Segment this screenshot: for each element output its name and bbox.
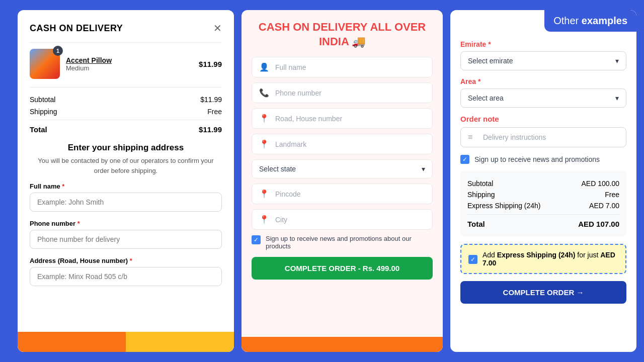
fullname-label: Full name * (30, 183, 222, 190)
road-placeholder: Road, House number (275, 115, 342, 123)
right-signup-label: Sign up to receive news and promotions (474, 155, 600, 163)
panel-title: CASH ON DELIVERY (30, 23, 123, 34)
shipping-row: Shipping Free (30, 106, 222, 118)
other-examples-badge: Other examples (544, 10, 636, 32)
shipping-label: Shipping (30, 108, 57, 116)
express-badge-bold: Express Shipping (24h) (497, 251, 576, 259)
road-row[interactable]: 📍 Road, House number (252, 108, 433, 129)
right-shipping-label: Shipping (467, 191, 495, 199)
right-summary: Subtotal AED 100.00 Shipping Free Expres… (460, 171, 626, 237)
product-row: 1 Accent Pillow Medium $11.99 (30, 49, 222, 79)
lines-icon: ≡ (468, 133, 477, 142)
city-row[interactable]: 📍 City (252, 209, 433, 230)
panel-header: CASH ON DELIVERY ✕ (30, 22, 222, 34)
right-panel: Other examples Emirate * Select emirate … (450, 10, 636, 352)
shipping-heading: Enter your shipping address (30, 143, 222, 153)
right-complete-button[interactable]: COMPLETE ORDER → (460, 281, 626, 304)
summary-table: Subtotal $11.99 Shipping Free Total $11.… (30, 94, 222, 136)
signup-checkbox[interactable]: ✓ (252, 235, 261, 244)
address-input[interactable] (30, 267, 222, 286)
emirate-value: Select emirate (468, 57, 513, 65)
checkmark-icon: ✓ (254, 236, 259, 243)
pincode-placeholder: Pincode (275, 190, 301, 198)
product-price: $11.99 (199, 60, 222, 68)
fullname-row[interactable]: 👤 Full name (252, 57, 433, 77)
express-shipping-badge[interactable]: ✓ Add Express Shipping (24h) for just AE… (460, 244, 626, 274)
total-label: Total (30, 125, 47, 134)
right-express-label: Express Shipping (24h) (467, 202, 541, 210)
area-label: Area * (460, 77, 626, 85)
location-icon: 📍 (259, 114, 269, 123)
right-total-label: Total (467, 220, 485, 228)
right-express-row: Express Shipping (24h) AED 7.00 (467, 200, 619, 211)
subtotal-row: Subtotal $11.99 (30, 94, 222, 106)
area-group: Area * Select area ▾ (460, 77, 626, 108)
emirate-label: Emirate * (460, 40, 626, 48)
state-placeholder: Select state (259, 165, 296, 173)
product-name: Accent Pillow (66, 56, 193, 64)
right-signup-row[interactable]: ✓ Sign up to receive news and promotions (460, 154, 626, 164)
right-subtotal-label: Subtotal (467, 179, 493, 188)
fullname-group: Full name * (30, 183, 222, 219)
right-express-value: AED 7.00 (589, 202, 619, 210)
chevron-down-icon: ▾ (422, 165, 425, 173)
right-shipping-row: Shipping Free (467, 189, 619, 200)
express-badge-text: Add Express Shipping (24h) for just AED … (482, 251, 618, 267)
phone-label: Phone number * (30, 220, 222, 227)
address-label: Address (Road, House number) * (30, 257, 222, 264)
shipping-sub: You will be contacted by one of our oper… (30, 156, 222, 175)
landmark-placeholder: Landmark (275, 140, 306, 148)
right-total-row: Total AED 107.00 (467, 214, 619, 230)
fullname-input[interactable] (30, 193, 222, 212)
city-placeholder: City (275, 216, 287, 224)
complete-order-button[interactable]: COMPLETE ORDER - Rs. 499.00 (252, 257, 433, 280)
address-group: Address (Road, House number) * (30, 257, 222, 293)
area-select[interactable]: Select area ▾ (460, 88, 626, 108)
phone-input[interactable] (30, 230, 222, 249)
phone-row[interactable]: 📞 Phone number (252, 82, 433, 103)
pincode-icon: 📍 (259, 189, 269, 199)
total-row: Total $11.99 (30, 120, 222, 136)
express-checkmark-icon: ✓ (470, 256, 475, 263)
product-info: Accent Pillow Medium (66, 56, 193, 72)
phone-placeholder: Phone number (275, 89, 321, 97)
product-image-wrap: 1 (30, 49, 60, 79)
subtotal-value: $11.99 (200, 96, 222, 104)
emirate-group: Emirate * Select emirate ▾ (460, 40, 626, 70)
right-total-value: AED 107.00 (578, 220, 619, 228)
right-subtotal-value: AED 100.00 (582, 179, 620, 188)
phone-group: Phone number * (30, 220, 222, 256)
emirate-chevron-icon: ▾ (615, 57, 619, 65)
fullname-placeholder: Full name (275, 63, 306, 71)
phone-icon: 📞 (259, 88, 269, 98)
divider-2 (30, 87, 222, 87)
delivery-placeholder: Delivery instructions (483, 133, 546, 141)
total-value: $11.99 (199, 125, 222, 134)
product-count-badge: 1 (53, 46, 63, 56)
area-chevron-icon: ▾ (615, 94, 619, 102)
signup-checkbox-row[interactable]: ✓ Sign up to receive news and promotions… (252, 235, 433, 250)
emirate-select[interactable]: Select emirate ▾ (460, 51, 626, 70)
order-note-label: Order note (460, 115, 626, 123)
mid-panel: CASH ON DELIVERY ALL OVER INDIA 🚚 👤 Full… (242, 10, 443, 352)
city-icon: 📍 (259, 215, 269, 224)
landmark-row[interactable]: 📍 Landmark (252, 134, 433, 154)
subtotal-label: Subtotal (30, 96, 55, 104)
product-variant: Medium (66, 64, 193, 72)
landmark-icon: 📍 (259, 139, 269, 149)
right-signup-checkbox[interactable]: ✓ (460, 155, 469, 164)
right-subtotal-row: Subtotal AED 100.00 (467, 178, 619, 189)
express-checkbox[interactable]: ✓ (468, 255, 477, 264)
shipping-value: Free (207, 108, 222, 116)
person-icon: 👤 (259, 62, 269, 72)
close-button[interactable]: ✕ (213, 22, 222, 34)
right-checkmark-icon: ✓ (462, 156, 467, 163)
delivery-instructions-row[interactable]: ≡ Delivery instructions (460, 127, 626, 147)
pincode-row[interactable]: 📍 Pincode (252, 184, 433, 204)
mid-title: CASH ON DELIVERY ALL OVER INDIA 🚚 (252, 20, 433, 49)
divider (30, 42, 222, 43)
right-shipping-value: Free (605, 191, 619, 199)
state-select[interactable]: Select state ▾ (252, 159, 433, 178)
signup-label: Sign up to receive news and promotions a… (266, 235, 433, 250)
area-value: Select area (468, 94, 504, 102)
